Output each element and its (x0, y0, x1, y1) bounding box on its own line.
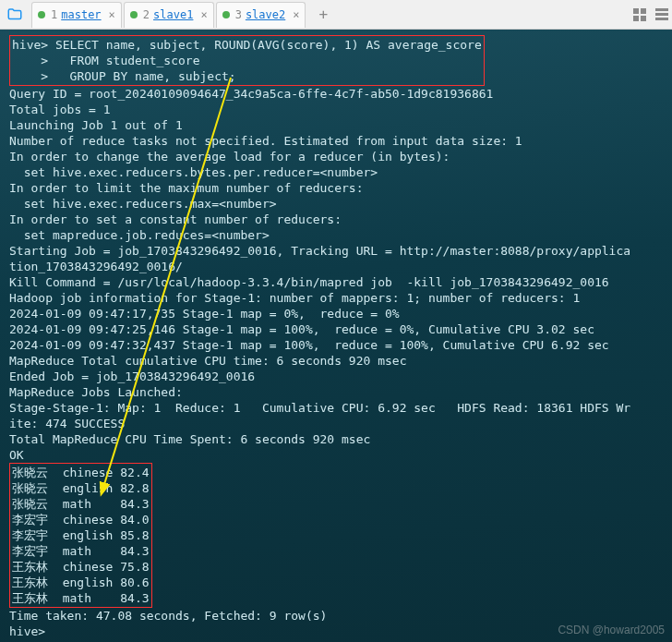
tabs-holder: 1 master×2 slave1×3 slave2× (31, 2, 307, 28)
grid-view-icon[interactable] (633, 8, 646, 21)
sql-line: hive> SELECT name, subject, ROUND(AVG(sc… (12, 37, 482, 53)
terminal[interactable]: hive> SELECT name, subject, ROUND(AVG(sc… (0, 30, 672, 642)
layout-controls (633, 8, 668, 21)
tab-slave1[interactable]: 2 slave1× (124, 2, 214, 28)
folder-icon[interactable] (4, 4, 26, 26)
tab-label: master (61, 8, 101, 21)
close-icon[interactable]: × (293, 8, 299, 21)
status-dot-icon (38, 11, 45, 18)
result-rows: 张晓云 chinese 82.4 张晓云 english 82.8 张晓云 ma… (12, 465, 150, 606)
status-dot-icon (222, 11, 230, 18)
add-tab-button[interactable]: + (313, 6, 333, 23)
sql-line: > GROUP BY name, subject; (12, 68, 482, 84)
tab-label: slave2 (246, 8, 285, 21)
tab-slave2[interactable]: 3 slave2× (216, 2, 306, 28)
close-icon[interactable]: × (200, 8, 207, 21)
watermark: CSDN @howard2005 (558, 623, 665, 638)
tab-label: slave1 (153, 8, 193, 21)
tab-number: 3 (235, 8, 242, 21)
tab-number: 2 (143, 8, 150, 21)
tab-bar: 1 master×2 slave1×3 slave2× + (0, 0, 672, 30)
sql-line: > FROM student_score (12, 53, 482, 68)
list-view-icon[interactable] (655, 8, 668, 20)
log-output: Query ID = root_20240109094647_34c9a5ca-… (9, 86, 663, 463)
sql-query-box: hive> SELECT name, subject, ROUND(AVG(sc… (9, 35, 485, 86)
close-icon[interactable]: × (109, 8, 115, 21)
tab-number: 1 (51, 8, 57, 21)
tab-master[interactable]: 1 master× (31, 2, 122, 28)
result-box: 张晓云 chinese 82.4 张晓云 english 82.8 张晓云 ma… (9, 463, 152, 608)
status-dot-icon (130, 11, 138, 18)
